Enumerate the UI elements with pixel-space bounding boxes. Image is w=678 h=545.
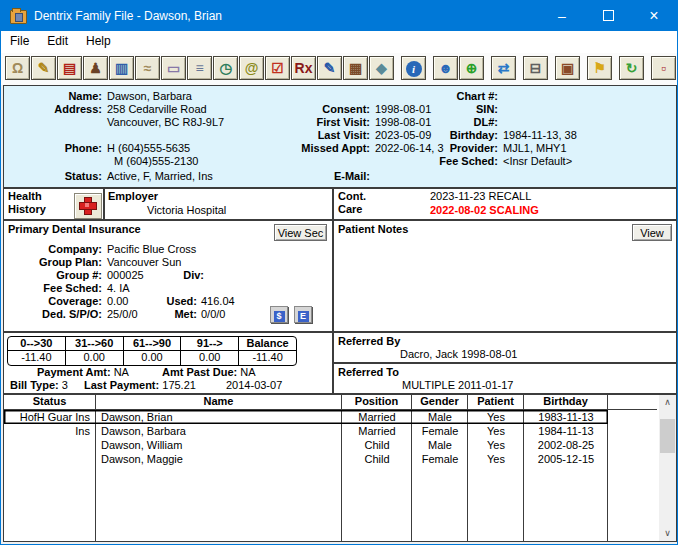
prescription-icon[interactable]: Rx: [291, 56, 316, 80]
dentrix-family-file-window: Dentrix Family File - Dawson, Brian – × …: [0, 0, 678, 545]
aging-table: 0-->3031-->6061-->9091-->Balance -11.400…: [7, 336, 297, 366]
checklist-icon[interactable]: ☑: [265, 56, 290, 80]
address-label: Address:: [6, 103, 102, 115]
view-secondary-button[interactable]: View Sec: [274, 224, 327, 241]
family-col-name: Name: [96, 395, 342, 409]
prescription-icon: Rx: [295, 58, 313, 79]
maximize-button[interactable]: [585, 1, 631, 31]
cell-gender: Male: [412, 410, 468, 424]
info-icon: i: [406, 61, 422, 77]
name-label: Name:: [6, 90, 102, 102]
payment-amt-value: NA: [114, 366, 129, 378]
menu-edit[interactable]: Edit: [38, 31, 77, 48]
health-history-label-2: History: [8, 203, 46, 215]
table-row[interactable]: HofH Guar InsDawson, BrianMarriedMaleYes…: [4, 410, 608, 424]
family-table-header: StatusNamePositionGenderPatientBirthday: [4, 395, 657, 410]
patient-alert-flag-icon[interactable]: ⚑: [587, 56, 612, 80]
employer-label: Employer: [108, 190, 158, 202]
memo-icon[interactable]: ≡: [187, 56, 212, 80]
update-patient-icon: ↻: [626, 58, 638, 79]
pencil-document-icon[interactable]: ✎: [317, 56, 342, 80]
cube-icon[interactable]: ◆: [369, 56, 394, 80]
amt-past-due-field: Amt Past Due: NA: [162, 366, 256, 378]
cell-patient: Yes: [468, 424, 524, 438]
cell-name: Dawson, Maggie: [96, 452, 342, 466]
last-payment-date: 2014-03-07: [226, 379, 282, 391]
office-chair-icon[interactable]: ♟: [83, 56, 108, 80]
red-book-icon[interactable]: ▤: [57, 56, 82, 80]
cont-care-label-1: Cont.: [338, 190, 366, 202]
transfer-patient-icon[interactable]: ⇄: [491, 56, 516, 80]
birthday-value: 1984-11-13, 38: [503, 129, 577, 141]
family-book-icon: ▫: [661, 58, 666, 79]
update-patient-icon[interactable]: ↻: [619, 56, 644, 80]
subscriber-insurance-icon[interactable]: $: [270, 306, 288, 323]
cell-birthday: 1984-11-13: [524, 424, 608, 438]
cont-care-line2-alert: 2022-08-02 SCALING: [430, 204, 539, 216]
cont-care-line1: 2023-11-23 RECALL: [430, 190, 531, 202]
table-row[interactable]: InsDawson, BarbaraMarriedFemaleYes1984-1…: [4, 424, 608, 438]
health-history-button[interactable]: [74, 193, 102, 219]
cell-patient: Yes: [468, 438, 524, 452]
group-num-value: 000025: [107, 269, 144, 281]
employer-value: Victoria Hospital: [147, 204, 226, 216]
email-icon[interactable]: @: [239, 56, 264, 80]
family-table-scrollbar[interactable]: ∧ ∨: [659, 395, 676, 541]
table-row[interactable]: Dawson, WilliamChildMaleYes2002-08-25: [4, 438, 608, 452]
met-label: Met:: [137, 308, 197, 320]
amt-past-due-label: Amt Past Due:: [162, 366, 237, 378]
patient-exam-icon[interactable]: ≈: [135, 56, 160, 80]
transfer-patient-icon: ⇄: [498, 58, 510, 79]
payment-amt-field: Payment Amt: NA: [37, 366, 129, 378]
group-plan-value: Vancouver Sun: [107, 256, 181, 268]
folder-icon[interactable]: ▭: [161, 56, 186, 80]
cell-position: Married: [342, 424, 412, 438]
eligibility-icon[interactable]: E: [294, 306, 312, 323]
folder-clock-icon: ◷: [219, 58, 231, 79]
family-book-icon[interactable]: ▫: [651, 56, 676, 80]
amt-past-due-value: NA: [240, 366, 255, 378]
aging-value: -11.40: [239, 351, 296, 365]
tooth-icon[interactable]: Ω: [5, 56, 30, 80]
family-col-patient: Patient: [468, 395, 524, 409]
menu-file[interactable]: File: [1, 31, 38, 48]
patient-notes-title: Patient Notes: [338, 223, 408, 235]
folder-clock-icon[interactable]: ◷: [213, 56, 238, 80]
titlebar[interactable]: Dentrix Family File - Dawson, Brian – ×: [1, 1, 677, 31]
referred-to-value: MULTIPLE 2011-01-17: [402, 379, 513, 391]
aging-col-header: 91-->: [181, 337, 239, 351]
dl-label: DL#:: [378, 116, 498, 128]
family-col-gender: Gender: [412, 395, 468, 409]
print-icon[interactable]: ⊟: [523, 56, 548, 80]
id-card-icon[interactable]: ▥: [109, 56, 134, 80]
last-payment-value: 175.21: [162, 379, 196, 391]
referred-to-panel: Referred To MULTIPLE 2011-01-17: [333, 363, 677, 394]
last-payment-label: Last Payment:: [84, 379, 159, 391]
menu-help[interactable]: Help: [77, 31, 120, 48]
cell-patient: Yes: [468, 452, 524, 466]
cell-status: HofH Guar Ins: [4, 410, 96, 424]
minimize-button[interactable]: –: [539, 1, 585, 31]
notepad-pencil-icon[interactable]: ✎: [31, 56, 56, 80]
select-patient-icon[interactable]: ☻: [433, 56, 458, 80]
file-cabinet-icon[interactable]: ▦: [343, 56, 368, 80]
cell-name: Dawson, Barbara: [96, 424, 342, 438]
patient-picture-icon[interactable]: ▣: [555, 56, 580, 80]
app-icon: [10, 10, 27, 24]
info-icon[interactable]: i: [401, 56, 426, 80]
scroll-down-icon[interactable]: ∨: [659, 526, 676, 541]
add-family-member-icon: ⊕: [466, 58, 478, 79]
employer-panel: Employer Victoria Hospital: [104, 188, 333, 220]
email-icon: @: [245, 58, 259, 79]
window-title: Dentrix Family File - Dawson, Brian: [34, 9, 222, 23]
table-row[interactable]: Dawson, MaggieChildFemaleYes2005-12-15: [4, 452, 608, 466]
close-button[interactable]: ×: [631, 1, 677, 31]
scroll-up-icon[interactable]: ∧: [659, 395, 676, 410]
view-notes-button[interactable]: View: [632, 224, 672, 241]
used-label: Used:: [137, 295, 197, 307]
add-family-member-icon[interactable]: ⊕: [459, 56, 484, 80]
health-history-panel: Health History: [3, 188, 104, 220]
aging-value: -11.40: [8, 351, 66, 365]
patient-notes-panel: Patient Notes View: [333, 220, 677, 332]
scrollbar-thumb[interactable]: [660, 419, 675, 453]
